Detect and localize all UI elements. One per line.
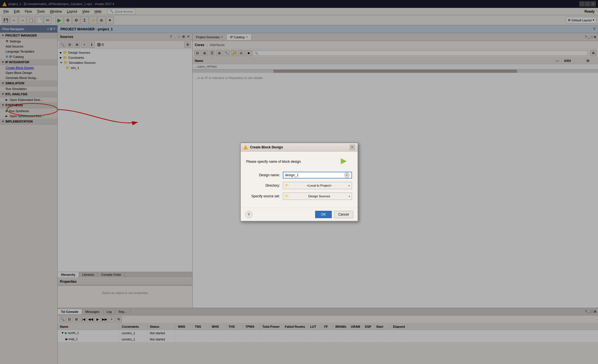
dialog-ok-btn[interactable]: OK — [315, 211, 332, 218]
dialog-header: Create Block Design ✕ — [241, 143, 358, 152]
source-set-select[interactable]: 📁 Design Sources ▾ — [283, 193, 352, 200]
directory-value: <Local to Project> — [307, 184, 332, 187]
dialog-footer: ? OK Cancel — [241, 208, 358, 221]
directory-dropdown-icon: ▾ — [348, 184, 350, 187]
dir-folder-icon: 📁 — [285, 184, 289, 187]
vivado-logo — [341, 156, 352, 167]
source-set-value: Design Sources — [308, 195, 330, 198]
dialog-desc-text: Please specify name of block design. — [246, 160, 302, 164]
dialog-close-btn[interactable]: ✕ — [350, 145, 355, 150]
design-name-clear-btn[interactable]: ✕ — [344, 172, 350, 178]
source-set-row: Specify source set: 📁 Design Sources ▾ — [246, 193, 352, 200]
modal-overlay: Create Block Design ✕ Please specify nam… — [0, 0, 598, 364]
dialog-body: Please specify name of block design. Des… — [241, 152, 358, 208]
dialog-title-icon — [243, 145, 248, 150]
ss-folder-icon: 📁 — [285, 194, 289, 198]
directory-select[interactable]: 📁 <Local to Project> ▾ — [283, 182, 352, 189]
design-name-row: Design name: ✕ — [246, 172, 352, 178]
directory-label: Directory: — [246, 184, 283, 187]
directory-row: Directory: 📁 <Local to Project> ▾ — [246, 182, 352, 189]
dialog-title: Create Block Design — [250, 145, 283, 149]
create-block-design-dialog: Create Block Design ✕ Please specify nam… — [240, 143, 358, 221]
design-name-input-wrapper: ✕ — [283, 172, 352, 178]
dialog-cancel-btn[interactable]: Cancel — [334, 211, 353, 218]
dialog-description: Please specify name of block design. — [246, 156, 352, 167]
design-name-input[interactable] — [285, 173, 344, 177]
source-set-dropdown-icon: ▾ — [349, 195, 350, 198]
dialog-help-btn[interactable]: ? — [245, 211, 252, 218]
source-set-label: Specify source set: — [246, 194, 283, 198]
design-name-label: Design name: — [246, 173, 283, 177]
